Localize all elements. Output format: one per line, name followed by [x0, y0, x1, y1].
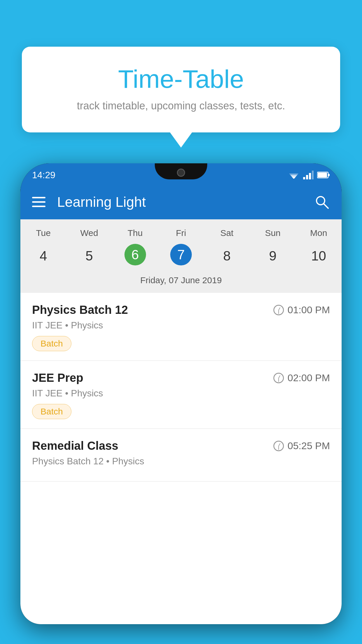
class-item-1[interactable]: Physics Batch 12 01:00 PM IIT JEE • Phys…: [20, 293, 342, 361]
clock-icon-2: [273, 373, 284, 383]
class-item-2[interactable]: JEE Prep 02:00 PM IIT JEE • Physics Batc…: [20, 361, 342, 429]
status-icons: [288, 171, 330, 179]
class-time-label-2: 02:00 PM: [287, 372, 330, 384]
class-item-header-2: JEE Prep 02:00 PM: [32, 371, 330, 384]
tooltip-card: Time-Table track timetable, upcoming cla…: [22, 47, 340, 132]
svg-rect-7: [312, 171, 314, 179]
tooltip-title: Time-Table: [45, 64, 317, 94]
search-icon[interactable]: [314, 194, 330, 210]
day-tue: Tue: [20, 225, 66, 241]
class-list: Physics Batch 12 01:00 PM IIT JEE • Phys…: [20, 293, 342, 624]
class-time-label-1: 01:00 PM: [287, 304, 330, 316]
class-info-1: IIT JEE • Physics: [32, 320, 330, 331]
date-9[interactable]: 9: [250, 244, 296, 268]
day-headers: Tue Wed Thu Fri Sat Sun Mon: [20, 225, 342, 241]
day-sat: Sat: [204, 225, 250, 241]
day-mon: Mon: [296, 225, 342, 241]
hamburger-icon[interactable]: [32, 197, 45, 207]
date-7-selected[interactable]: 7: [170, 244, 192, 265]
class-time-2: 02:00 PM: [273, 372, 330, 384]
class-info-2: IIT JEE • Physics: [32, 388, 330, 399]
day-fri: Fri: [158, 225, 204, 241]
day-sun: Sun: [250, 225, 296, 241]
date-8[interactable]: 8: [204, 244, 250, 268]
class-name-3: Remedial Class: [32, 439, 118, 452]
svg-rect-5: [306, 175, 308, 179]
batch-tag-2: Batch: [32, 404, 71, 419]
tooltip-subtitle: track timetable, upcoming classes, tests…: [45, 100, 317, 112]
day-thu: Thu: [112, 225, 158, 241]
date-10[interactable]: 10: [296, 244, 342, 268]
class-item-header-3: Remedial Class 05:25 PM: [32, 439, 330, 452]
date-4[interactable]: 4: [20, 244, 66, 268]
phone-notch: [155, 163, 207, 179]
selected-date-label: Friday, 07 June 2019: [20, 272, 342, 290]
wifi-icon: [288, 171, 300, 179]
svg-rect-10: [318, 173, 327, 177]
class-time-3: 05:25 PM: [273, 440, 330, 452]
class-item-header-1: Physics Batch 12 01:00 PM: [32, 303, 330, 316]
class-name-1: Physics Batch 12: [32, 303, 128, 316]
day-wed: Wed: [66, 225, 112, 241]
class-info-3: Physics Batch 12 • Physics: [32, 456, 330, 467]
signal-icon: [303, 171, 314, 179]
svg-rect-4: [303, 177, 305, 179]
app-title: Learning Light: [57, 194, 302, 210]
date-6-today[interactable]: 6: [124, 244, 146, 265]
phone-container: 14:29: [20, 163, 342, 644]
date-5[interactable]: 5: [66, 244, 112, 268]
screen-content: Tue Wed Thu Fri Sat Sun Mon 4 5 6 7 8: [20, 219, 342, 624]
day-numbers: 4 5 6 7 8 9 10: [20, 244, 342, 268]
class-time-1: 01:00 PM: [273, 304, 330, 316]
status-time: 14:29: [32, 170, 55, 181]
battery-icon: [317, 171, 330, 179]
svg-rect-6: [309, 173, 311, 179]
clock-icon-3: [273, 441, 284, 451]
svg-marker-3: [292, 178, 295, 179]
svg-rect-9: [328, 174, 330, 176]
clock-icon-1: [273, 305, 284, 315]
class-name-2: JEE Prep: [32, 371, 83, 384]
phone-screen: 14:29: [20, 163, 342, 624]
class-time-label-3: 05:25 PM: [287, 440, 330, 452]
calendar-section: Tue Wed Thu Fri Sat Sun Mon 4 5 6 7 8: [20, 219, 342, 293]
class-item-3[interactable]: Remedial Class 05:25 PM Physics Batch 12…: [20, 429, 342, 482]
phone-frame: 14:29: [20, 163, 342, 624]
camera: [177, 169, 185, 177]
app-bar: Learning Light: [20, 184, 342, 219]
batch-tag-1: Batch: [32, 336, 71, 351]
svg-line-12: [324, 204, 328, 208]
